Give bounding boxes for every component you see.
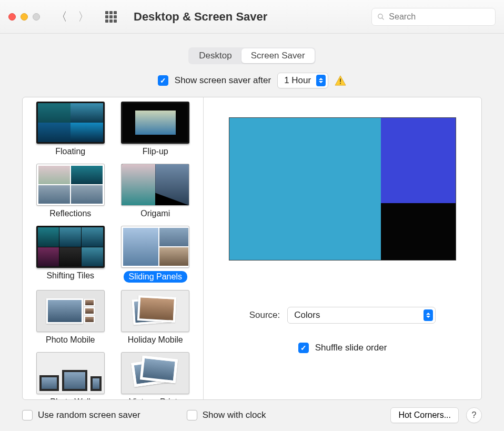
zoom-window-button[interactable] [33,13,40,21]
screensaver-label: Reflections [49,209,91,218]
shuffle-checkbox[interactable] [298,343,309,353]
screensaver-thumbnail [121,102,189,144]
screensaver-item[interactable]: Photo Mobile [28,288,113,350]
tab-row: Desktop Screen Saver [0,34,504,69]
shuffle-label: Shuffle slide order [315,343,387,353]
screensaver-thumbnail [36,226,105,268]
screensaver-label: Sliding Panels [124,271,187,283]
show-screensaver-label: Show screen saver after [175,75,271,86]
window-title: Desktop & Screen Saver [134,10,267,24]
close-window-button[interactable] [8,13,16,21]
screensaver-label: Origami [140,209,170,218]
footer: Use random screen saver Show with clock … [0,400,504,423]
screensaver-thumbnail [121,226,189,268]
back-button[interactable]: 〈 [56,9,67,25]
warning-icon[interactable] [335,75,346,86]
screensaver-item[interactable]: Photo Wall [28,350,113,399]
svg-rect-3 [340,83,341,84]
search-field[interactable] [371,8,496,26]
toolbar: 〈 〉 Desktop & Screen Saver [0,0,504,34]
screensaver-label: Flip-up [143,147,168,156]
source-row: Source: Colors [225,307,460,324]
screensaver-thumbnail [121,352,189,394]
show-after-value: 1 Hour [284,75,311,86]
preview-panel: Source: Colors Shuffle slide order [204,97,481,399]
screensaver-list[interactable]: FloatingFlip-upReflectionsOrigamiShiftin… [23,97,204,399]
tab-desktop[interactable]: Desktop [189,48,241,63]
window-controls [8,13,40,21]
svg-line-1 [382,17,384,19]
screensaver-item[interactable]: Holiday Mobile [113,288,198,350]
screensaver-thumbnail [36,102,105,144]
source-popup[interactable]: Colors [287,307,436,324]
screensaver-thumbnail [36,290,105,332]
show-after-popup[interactable]: 1 Hour [277,73,328,88]
minimize-window-button[interactable] [21,13,28,21]
help-button[interactable]: ? [466,407,482,423]
tabs: Desktop Screen Saver [188,47,315,64]
show-screensaver-checkbox[interactable] [158,75,168,86]
screensaver-thumbnail [121,164,189,206]
screensaver-label: Photo Wall [50,397,90,399]
shuffle-row: Shuffle slide order [298,343,387,353]
forward-button: 〉 [78,9,89,25]
svg-point-0 [378,14,382,18]
main-panel: FloatingFlip-upReflectionsOrigamiShiftin… [22,97,482,400]
screensaver-thumbnail [36,164,105,206]
hot-corners-button[interactable]: Hot Corners... [390,407,459,423]
screensaver-label: Floating [55,147,85,156]
show-with-clock-checkbox[interactable] [187,410,197,420]
screensaver-preview [229,117,456,260]
svg-rect-2 [340,78,341,82]
screensaver-label: Shifting Tiles [46,271,94,280]
random-screensaver-label: Use random screen saver [38,410,140,420]
screensaver-item[interactable]: Reflections [28,162,113,224]
show-all-prefs-button[interactable] [105,11,117,23]
screensaver-item[interactable]: Sliding Panels [113,224,198,288]
screensaver-label: Holiday Mobile [128,335,183,345]
screensaver-item[interactable]: Floating [28,99,113,162]
source-label: Source: [249,310,280,320]
stepper-icon [424,309,433,321]
random-screensaver-checkbox[interactable] [22,410,33,420]
screensaver-item[interactable]: Shifting Tiles [28,224,113,288]
screensaver-thumbnail [121,290,189,332]
search-icon [377,13,385,21]
show-with-clock-label: Show with clock [203,410,266,420]
search-input[interactable] [389,12,490,22]
show-after-row: Show screen saver after 1 Hour [0,69,504,97]
screensaver-label: Photo Mobile [46,335,95,345]
screensaver-item[interactable]: Flip-up [113,99,198,162]
stepper-icon [316,75,326,86]
nav-arrows: 〈 〉 [56,9,89,25]
screensaver-item[interactable]: Vintage Prints [113,350,198,399]
screensaver-label: Vintage Prints [129,397,182,399]
source-value: Colors [294,310,320,320]
screensaver-thumbnail [36,352,105,394]
tab-screen-saver[interactable]: Screen Saver [241,48,315,63]
screensaver-item[interactable]: Origami [113,162,198,224]
